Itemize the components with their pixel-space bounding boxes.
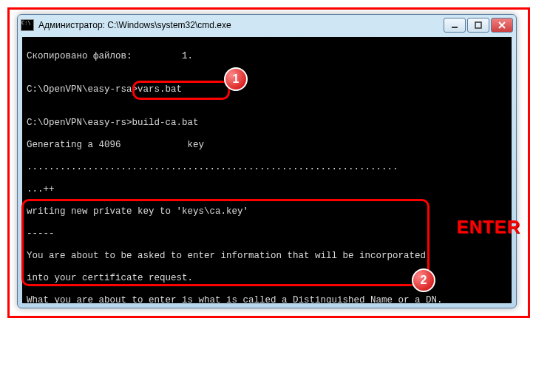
cmd-icon [21, 19, 34, 31]
console-line: Скопировано файлов: 1. [27, 51, 507, 62]
console-line: ........................................… [27, 162, 507, 173]
console-output[interactable]: Скопировано файлов: 1. C:\OpenVPN\easy-r… [22, 37, 512, 303]
cmd-window: Администратор: C:\Windows\system32\cmd.e… [17, 14, 517, 308]
window-controls [444, 18, 513, 33]
console-line: writing new private key to 'keys\ca.key' [27, 206, 507, 217]
close-button[interactable] [491, 18, 513, 33]
maximize-button[interactable] [467, 18, 489, 33]
console-line: ...++ [27, 184, 507, 195]
titlebar[interactable]: Администратор: C:\Windows\system32\cmd.e… [18, 15, 516, 36]
console-line: You are about to be asked to enter infor… [27, 251, 507, 262]
console-line: C:\OpenVPN\easy-rsa>vars.bat [27, 84, 507, 95]
console-line: ----- [27, 229, 507, 240]
svg-rect-1 [475, 22, 481, 28]
step-badge-2: 2 [412, 268, 435, 292]
screenshot-frame: Администратор: C:\Windows\system32\cmd.e… [7, 7, 530, 318]
console-line: C:\OpenVPN\easy-rs>build-ca.bat [27, 118, 507, 129]
console-line: Generating a 4096 key [27, 140, 507, 151]
window-title: Администратор: C:\Windows\system32\cmd.e… [38, 20, 444, 30]
minimize-button[interactable] [444, 18, 466, 33]
enter-label: ENTER [457, 217, 520, 237]
console-line: What you are about to enter is what is c… [27, 295, 507, 303]
step-badge-1: 1 [224, 67, 248, 91]
